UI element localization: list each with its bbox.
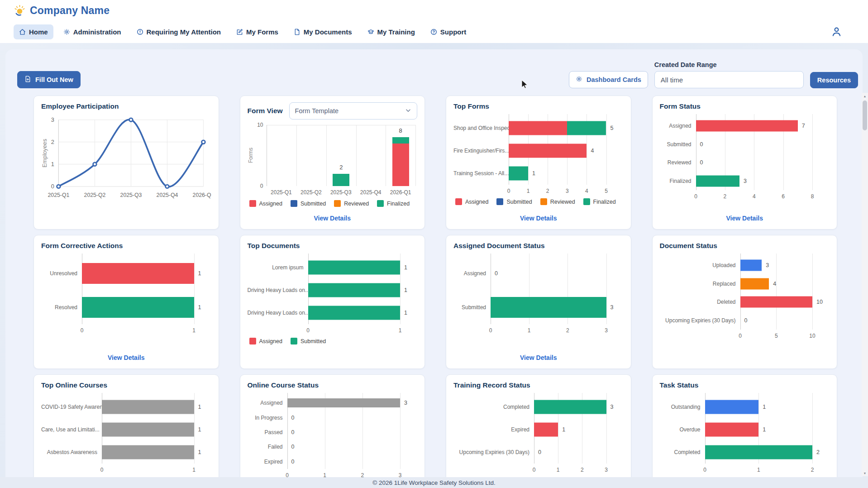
bar-value: 0 bbox=[291, 429, 295, 435]
bar-label: Submitted bbox=[453, 304, 491, 311]
bar-row: Shop and Office Inspec...5 bbox=[453, 117, 624, 139]
view-details-link[interactable]: View Details bbox=[41, 350, 211, 362]
bar-segment bbox=[705, 400, 759, 414]
card-title-row: Form Status bbox=[660, 102, 830, 110]
bar bbox=[705, 445, 813, 459]
bar bbox=[696, 139, 813, 150]
card-title-row: Top Online Courses bbox=[41, 381, 211, 389]
bar-row: Driving Heavy Loads on...1 bbox=[248, 279, 418, 301]
bar-chart: Completed3Expired1Upcoming Expiries (30 … bbox=[453, 396, 624, 473]
bar-row: Deleted10 bbox=[660, 293, 830, 311]
form-view-card: Form ViewForm TemplateForms010282025-Q12… bbox=[240, 96, 425, 230]
chart-legend: AssignedSubmittedReviewedFinalized bbox=[248, 200, 418, 207]
app-header: Company Name bbox=[0, 0, 868, 21]
bar bbox=[740, 315, 813, 326]
legend-item: Finalized bbox=[583, 198, 616, 205]
bar bbox=[392, 137, 409, 186]
bar-row: Passed0 bbox=[248, 425, 418, 440]
x-tick-label: 10 bbox=[809, 333, 815, 339]
bar-label: Uploaded bbox=[660, 262, 740, 268]
fill-out-new-button[interactable]: Fill Out New bbox=[17, 71, 81, 88]
x-tick-label: 0 bbox=[507, 188, 510, 194]
user-icon[interactable] bbox=[830, 26, 843, 38]
bar bbox=[102, 400, 194, 414]
bar-label: Failed bbox=[248, 444, 287, 450]
gear-icon bbox=[576, 76, 582, 84]
x-tick-label: 3 bbox=[605, 327, 608, 334]
legend-item: Submitted bbox=[496, 198, 532, 205]
date-range-input[interactable] bbox=[654, 71, 804, 88]
nav-item-support[interactable]: Support bbox=[425, 24, 472, 39]
bar-row: Completed3 bbox=[453, 396, 624, 418]
scroll-up-icon[interactable]: ▲ bbox=[862, 93, 868, 99]
card-title: Employee Participation bbox=[41, 102, 119, 110]
bar-track: 0 bbox=[287, 455, 401, 469]
nav-item-my-documents[interactable]: My Documents bbox=[288, 24, 358, 39]
bar-segment bbox=[534, 400, 606, 414]
bar-row: Outstanding1 bbox=[660, 396, 830, 418]
legend-label: Finalized bbox=[387, 201, 410, 207]
bar-label: Completed bbox=[453, 404, 534, 410]
dashboard-cards-button[interactable]: Dashboard Cards bbox=[569, 71, 648, 88]
bar-label: Upcoming Expiries (30 Days) bbox=[453, 449, 534, 455]
form-template-dropdown[interactable]: Form Template bbox=[289, 102, 417, 120]
y-axis-title: Forms bbox=[248, 125, 255, 186]
bar-track: 1 bbox=[308, 301, 401, 324]
main-nav: HomeAdministrationRequiring My Attention… bbox=[0, 21, 868, 43]
plot-area: Shop and Office Inspec...5Fire Extinguis… bbox=[453, 117, 624, 185]
nav-item-my-forms[interactable]: My Forms bbox=[231, 24, 284, 39]
bar-row: Assigned3 bbox=[248, 396, 418, 410]
legend-item: Assigned bbox=[249, 338, 282, 344]
resources-button[interactable]: Resources bbox=[810, 72, 858, 88]
plot-area: Uploaded3Replaced4Deleted10Upcoming Expi… bbox=[660, 256, 830, 330]
view-details-link[interactable]: View Details bbox=[248, 211, 418, 223]
bar-value: 10 bbox=[816, 299, 823, 305]
bar-segment bbox=[696, 175, 740, 187]
controls-row: Fill Out New Dashboard Cards Created Dat… bbox=[5, 49, 863, 88]
bar-value: 0 bbox=[291, 459, 295, 465]
nav-item-my-training[interactable]: My Training bbox=[362, 24, 420, 39]
x-axis: 012345 bbox=[509, 185, 606, 194]
bar-value: 1 bbox=[404, 264, 407, 271]
cards-grid: Employee Participation01232025-Q12025-Q2… bbox=[33, 96, 837, 477]
view-details-link[interactable]: View Details bbox=[453, 350, 624, 362]
view-details-link[interactable]: View Details bbox=[660, 211, 830, 223]
plot-area: Assigned0Submitted3 bbox=[453, 256, 624, 324]
nav-item-label: My Documents bbox=[304, 28, 352, 36]
nav-item-requiring-my-attention[interactable]: Requiring My Attention bbox=[131, 24, 226, 39]
card-title: Top Documents bbox=[248, 242, 300, 250]
legend-swatch bbox=[291, 200, 297, 207]
bar-track: 1 bbox=[102, 418, 194, 441]
bar-track: 0 bbox=[287, 410, 401, 425]
top-documents-card: Top DocumentsLorem ipsum1Driving Heavy L… bbox=[240, 235, 425, 369]
x-axis: 012 bbox=[705, 464, 813, 473]
bar-segment bbox=[82, 263, 194, 284]
card-title-row: Employee Participation bbox=[41, 102, 211, 110]
svg-text:Employees: Employees bbox=[41, 139, 48, 167]
scrollbar-thumb[interactable] bbox=[863, 100, 867, 130]
bar-track: 3 bbox=[534, 396, 606, 418]
top-forms-card: Top FormsShop and Office Inspec...5Fire … bbox=[446, 96, 631, 230]
legend-label: Assigned bbox=[465, 199, 488, 205]
bar-segment bbox=[102, 423, 194, 437]
x-tick-label: 0 bbox=[81, 327, 84, 334]
vertical-scrollbar[interactable]: ▲ ▼ bbox=[862, 93, 868, 476]
bar-row: Assigned7 bbox=[660, 117, 830, 135]
bar-track: 4 bbox=[509, 139, 606, 162]
view-details-link[interactable]: View Details bbox=[453, 211, 624, 223]
bar bbox=[287, 457, 401, 466]
x-tick-label: 2 bbox=[581, 467, 584, 473]
top-online-courses-card: Top Online CoursesCOVID-19 Safety Awaren… bbox=[33, 374, 219, 477]
bar-value: 0 bbox=[495, 270, 498, 277]
bar-track: 1 bbox=[705, 396, 813, 418]
bar-chart: Outstanding1Overdue1Completed2012 bbox=[660, 396, 830, 473]
document-status-card: Document StatusUploaded3Replaced4Deleted… bbox=[652, 235, 838, 369]
x-tick-label: 0 bbox=[703, 467, 706, 473]
legend-item: Reviewed bbox=[334, 200, 369, 207]
nav-item-administration[interactable]: Administration bbox=[58, 24, 127, 39]
nav-item-home[interactable]: Home bbox=[14, 24, 53, 39]
bar-value: 0 bbox=[700, 141, 703, 148]
scroll-down-icon[interactable]: ▼ bbox=[862, 470, 868, 476]
bar-value: 1 bbox=[404, 287, 407, 293]
legend-swatch bbox=[291, 338, 297, 344]
